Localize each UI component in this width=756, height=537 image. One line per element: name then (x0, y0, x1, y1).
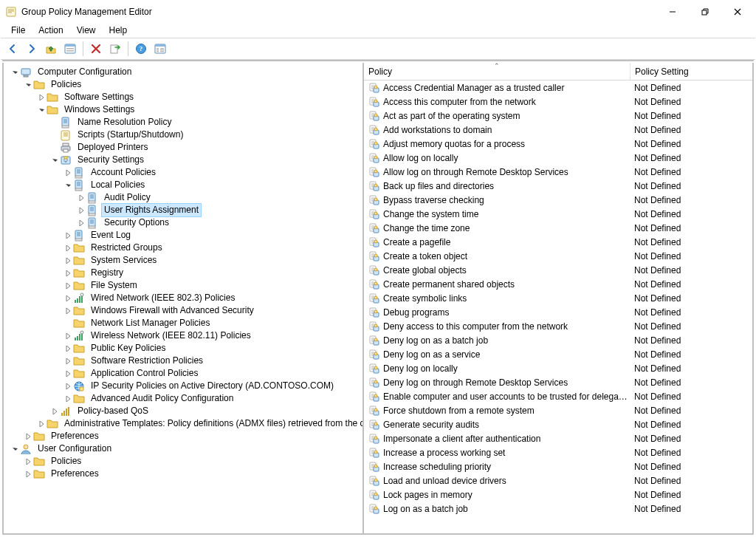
toolbar-help-button[interactable] (132, 40, 150, 58)
policy-row[interactable]: Create symbolic linksNot Defined (364, 291, 752, 305)
expand-icon[interactable] (63, 307, 73, 315)
tree-item[interactable]: Name Resolution Policy (5, 116, 364, 129)
expand-icon[interactable] (36, 420, 47, 428)
tree-item[interactable]: Deployed Printers (5, 141, 364, 154)
policy-row[interactable]: Deny log on through Remote Desktop Servi… (364, 375, 752, 389)
policy-row[interactable]: Back up files and directoriesNot Defined (364, 179, 752, 193)
tree-item[interactable]: Event Log (5, 229, 364, 242)
policy-row[interactable]: Bypass traverse checkingNot Defined (364, 193, 752, 207)
expand-icon[interactable] (63, 270, 73, 277)
expand-icon[interactable] (63, 332, 73, 340)
policy-row[interactable]: Load and unload device driversNot Define… (364, 473, 752, 488)
expand-icon[interactable] (63, 345, 73, 352)
tree-item[interactable]: Software Restriction Policies (5, 355, 364, 367)
tree-item[interactable]: Public Key Policies (5, 342, 364, 355)
column-header-policy[interactable]: ⌃ Policy (364, 63, 630, 80)
maximize-button[interactable] (689, 1, 721, 23)
expand-icon[interactable] (36, 94, 47, 101)
tree-item[interactable]: System Services (5, 254, 364, 267)
expand-icon[interactable] (63, 383, 73, 390)
expand-icon[interactable] (76, 219, 86, 227)
close-button[interactable] (721, 1, 754, 23)
menu-help[interactable]: Help (103, 24, 134, 37)
tree-item[interactable]: Audit Policy (5, 191, 364, 204)
policy-row[interactable]: Lock pages in memoryNot Defined (364, 488, 752, 502)
tree-item[interactable]: Scripts (Startup/Shutdown) (5, 129, 364, 141)
tree-item[interactable]: Wireless Network (IEEE 802.11) Policies (5, 329, 364, 342)
tree-item[interactable]: Preferences (5, 468, 364, 480)
collapse-icon[interactable] (49, 157, 60, 164)
policy-row[interactable]: Debug programsNot Defined (364, 305, 752, 319)
expand-icon[interactable] (63, 257, 73, 264)
toolbar-filter-button[interactable] (151, 40, 169, 58)
policy-row[interactable]: Allow log on locallyNot Defined (364, 151, 752, 165)
policy-row[interactable]: Generate security auditsNot Defined (364, 417, 752, 431)
tree-item[interactable]: Policy-based QoS (5, 405, 364, 417)
policy-row[interactable]: Act as part of the operating systemNot D… (364, 109, 752, 123)
tree-item[interactable]: Advanced Audit Policy Configuration (5, 392, 364, 405)
menu-action[interactable]: Action (32, 24, 69, 37)
toolbar-up-button[interactable] (42, 40, 60, 58)
policy-row[interactable]: Impersonate a client after authenticatio… (364, 431, 752, 445)
policy-row[interactable]: Log on as a batch jobNot Defined (364, 502, 752, 516)
policy-row[interactable]: Create a token objectNot Defined (364, 249, 752, 263)
policy-row[interactable]: Create a pagefileNot Defined (364, 235, 752, 249)
tree-item[interactable]: Software Settings (5, 91, 364, 103)
policy-row[interactable]: Deny log on as a batch jobNot Defined (364, 333, 752, 347)
tree-item[interactable]: Policies (5, 78, 364, 91)
expand-icon[interactable] (23, 458, 33, 465)
expand-icon[interactable] (23, 471, 33, 478)
expand-icon[interactable] (76, 194, 86, 202)
tree-item[interactable]: Registry (5, 267, 364, 279)
toolbar-back-button[interactable] (4, 40, 21, 58)
tree-item[interactable]: Restricted Groups (5, 242, 364, 254)
policy-row[interactable]: Add workstations to domainNot Defined (364, 123, 752, 137)
expand-icon[interactable] (63, 395, 73, 403)
policy-row[interactable]: Increase a process working setNot Define… (364, 445, 752, 459)
tree-item[interactable]: Wired Network (IEEE 802.3) Policies (5, 292, 364, 304)
tree-item[interactable]: Windows Firewall with Advanced Security (5, 304, 364, 317)
policy-row[interactable]: Allow log on through Remote Desktop Serv… (364, 165, 752, 179)
policy-row[interactable]: Change the time zoneNot Defined (364, 221, 752, 235)
tree-item-label[interactable]: Administrative Templates: Policy definit… (61, 417, 364, 431)
policy-row[interactable]: Create global objectsNot Defined (364, 263, 752, 277)
policy-row[interactable]: Access this computer from the networkNot… (364, 95, 752, 109)
policy-row[interactable]: Increase scheduling priorityNot Defined (364, 459, 752, 473)
tree-pane[interactable]: Computer ConfigurationPoliciesSoftware S… (4, 63, 364, 533)
expand-icon[interactable] (63, 282, 73, 290)
collapse-icon[interactable] (36, 106, 47, 114)
tree-item-label[interactable]: Preferences (48, 467, 102, 481)
policy-row[interactable]: Deny log on locallyNot Defined (364, 361, 752, 375)
toolbar-delete-button[interactable] (87, 40, 105, 58)
expand-icon[interactable] (76, 207, 86, 214)
tree-item[interactable]: Windows Settings (5, 103, 364, 116)
policy-row[interactable]: Create permanent shared objectsNot Defin… (364, 277, 752, 291)
expand-icon[interactable] (49, 408, 60, 415)
column-header-setting[interactable]: Policy Setting (630, 63, 752, 80)
expand-icon[interactable] (63, 244, 73, 252)
toolbar-export-button[interactable] (106, 40, 124, 58)
menu-view[interactable]: View (71, 24, 102, 37)
collapse-icon[interactable] (23, 81, 33, 89)
tree-item[interactable]: Application Control Policies (5, 367, 364, 380)
expand-icon[interactable] (63, 358, 73, 365)
expand-icon[interactable] (63, 295, 73, 302)
toolbar-forward-button[interactable] (23, 40, 41, 58)
tree-item[interactable]: Administrative Templates: Policy definit… (5, 417, 364, 430)
tree-item[interactable]: Local Policies (5, 179, 364, 191)
collapse-icon[interactable] (10, 69, 20, 76)
collapse-icon[interactable] (63, 182, 73, 189)
tree-item[interactable]: User Rights Assignment (5, 204, 364, 216)
tree-item[interactable]: Security Options (5, 216, 364, 229)
tree-item[interactable]: IP Security Policies on Active Directory… (5, 380, 364, 392)
tree-item[interactable]: Account Policies (5, 166, 364, 179)
tree-item[interactable]: File System (5, 279, 364, 292)
policy-row[interactable]: Adjust memory quotas for a processNot De… (364, 137, 752, 151)
expand-icon[interactable] (63, 232, 73, 239)
policy-row[interactable]: Deny log on as a serviceNot Defined (364, 347, 752, 361)
minimize-button[interactable] (656, 1, 689, 23)
tree-item[interactable]: Network List Manager Policies (5, 317, 364, 329)
expand-icon[interactable] (63, 169, 73, 177)
tree-item[interactable]: Computer Configuration (5, 66, 364, 78)
policy-row[interactable]: Change the system timeNot Defined (364, 207, 752, 221)
